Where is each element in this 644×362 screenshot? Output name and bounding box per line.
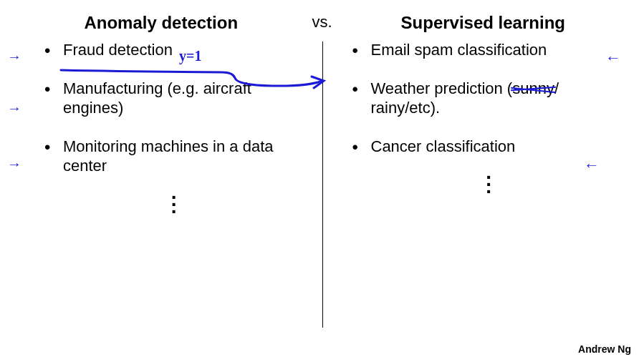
left-column: Fraud detection Manufacturing (e.g. airc… bbox=[0, 40, 322, 210]
list-item: Cancer classification bbox=[352, 137, 628, 157]
list-item: Email spam classification bbox=[352, 40, 628, 60]
vertical-divider bbox=[322, 41, 323, 328]
heading-vs: vs. bbox=[312, 13, 332, 31]
annotation-strikethrough: sunny bbox=[512, 79, 554, 99]
right-bullets: Email spam classification Weather predic… bbox=[352, 40, 628, 156]
ellipsis-icon: ... bbox=[352, 169, 628, 190]
list-item: Weather prediction (sunny/ rainy/etc). bbox=[352, 79, 628, 118]
attribution: Andrew Ng bbox=[578, 343, 631, 355]
heading-anomaly: Anomaly detection bbox=[0, 13, 322, 33]
heading-supervised: Supervised learning bbox=[322, 13, 645, 33]
list-item: Monitoring machines in a data center bbox=[44, 137, 305, 176]
list-item: Fraud detection bbox=[44, 40, 305, 60]
ellipsis-icon: ... bbox=[44, 189, 305, 210]
slide: Anomaly detection Supervised learning vs… bbox=[0, 0, 644, 362]
list-item: Manufacturing (e.g. aircraft engines) bbox=[44, 79, 305, 118]
right-column: Email spam classification Weather predic… bbox=[322, 40, 645, 210]
left-bullets: Fraud detection Manufacturing (e.g. airc… bbox=[44, 40, 305, 176]
